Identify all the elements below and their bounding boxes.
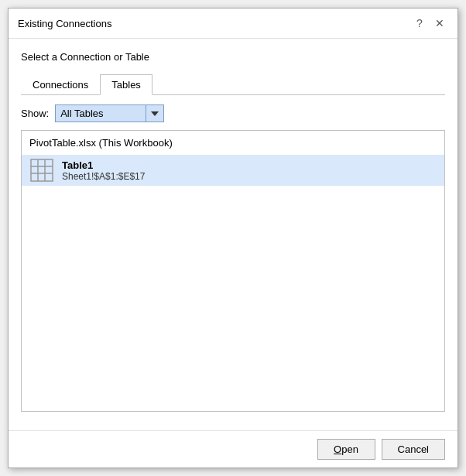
show-row: Show: All Tables bbox=[21, 104, 445, 122]
title-bar: Existing Connections ? ✕ bbox=[9, 9, 457, 39]
table-name: Table1 bbox=[62, 159, 145, 171]
table-info: Table1 Sheet1!$A$1:$E$17 bbox=[62, 159, 145, 182]
chevron-down-icon bbox=[151, 111, 159, 116]
tab-tables[interactable]: Tables bbox=[100, 74, 152, 95]
workbook-header: PivotTable.xlsx (This Workbook) bbox=[22, 131, 444, 155]
show-select-control: All Tables bbox=[55, 104, 164, 122]
help-button[interactable]: ? bbox=[411, 15, 428, 32]
open-button[interactable]: Open bbox=[317, 439, 375, 460]
existing-connections-dialog: Existing Connections ? ✕ Select a Connec… bbox=[8, 8, 458, 468]
dialog-body: Select a Connection or Table Connections… bbox=[9, 39, 457, 430]
cancel-button[interactable]: Cancel bbox=[382, 439, 445, 460]
svg-rect-0 bbox=[31, 159, 53, 181]
table-grid-icon bbox=[29, 158, 54, 183]
dialog-footer: Open Cancel bbox=[9, 430, 457, 467]
tab-connections[interactable]: Connections bbox=[21, 74, 100, 95]
dialog-subtitle: Select a Connection or Table bbox=[21, 51, 445, 63]
title-buttons: ? ✕ bbox=[411, 15, 448, 32]
tabs-container: Connections Tables bbox=[21, 74, 445, 95]
table-row[interactable]: Table1 Sheet1!$A$1:$E$17 bbox=[22, 155, 444, 186]
table-list: PivotTable.xlsx (This Workbook) Table1 S… bbox=[21, 130, 445, 412]
table-range: Sheet1!$A$1:$E$17 bbox=[62, 171, 145, 182]
open-button-label: Open bbox=[334, 443, 358, 455]
show-dropdown-arrow[interactable] bbox=[146, 104, 164, 122]
show-selected-value[interactable]: All Tables bbox=[55, 104, 146, 122]
dialog-title: Existing Connections bbox=[18, 18, 111, 29]
show-label: Show: bbox=[21, 108, 49, 119]
close-button[interactable]: ✕ bbox=[431, 15, 448, 32]
